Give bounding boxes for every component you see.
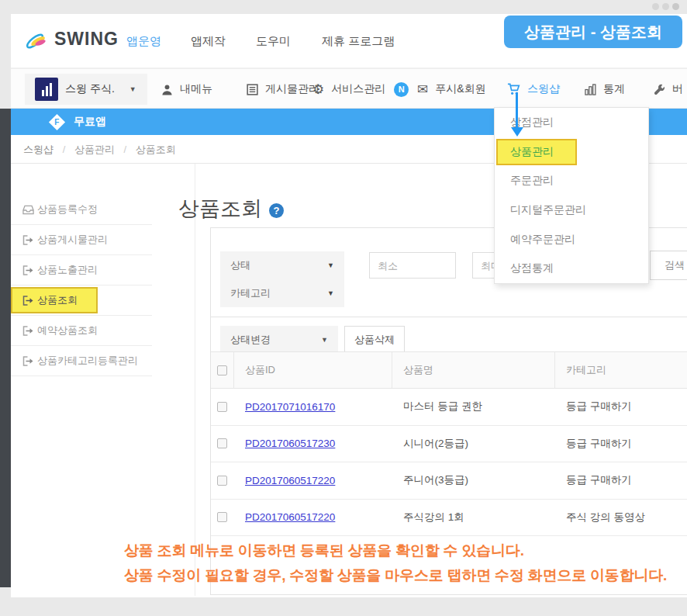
menu-my-menu[interactable]: 내메뉴: [161, 69, 212, 109]
app-window: SWING 앱운영 앱제작 도우미 제휴 프로그램 상품관리 - 상품조회 스윙…: [11, 14, 687, 597]
breadcrumb-product-search[interactable]: 상품조회: [136, 144, 176, 155]
table-row[interactable]: PD2017060517220 주니어(3등급) 등급 구매하기: [211, 462, 687, 500]
top-header: SWING 앱운영 앱제작 도우미 제휴 프로그램 상품관리 - 상품조회: [11, 14, 687, 68]
menu-label: 스윙샵: [527, 82, 560, 96]
delete-product-button[interactable]: 상품삭제: [344, 326, 405, 354]
product-id-link[interactable]: PD2017060517220: [245, 511, 335, 523]
dropdown-item-product-management[interactable]: 상품관리: [495, 137, 648, 167]
chevron-down-icon: ▼: [321, 336, 328, 344]
sign-out-icon: [22, 296, 34, 306]
guide-arrow-down: [511, 92, 523, 137]
status-change-select[interactable]: 상태변경 ▼: [220, 326, 338, 354]
breadcrumb-swing-shop[interactable]: 스윙샵: [23, 144, 54, 155]
sidebar-item-product-post-management[interactable]: 상품게시물관리: [11, 225, 152, 255]
tutorial-title-badge: 상품관리 - 상품조회: [504, 16, 682, 48]
product-id-link[interactable]: PD2017060517220: [245, 475, 335, 486]
breadcrumb-product-management[interactable]: 상품관리: [74, 144, 115, 155]
menu-label: 통계: [603, 82, 625, 96]
row-checkbox[interactable]: [217, 438, 227, 448]
left-dark-strip: [0, 109, 11, 587]
sidebar-item-product-display-management[interactable]: 상품노출관리: [11, 255, 152, 286]
sidebar-item-product-register-edit[interactable]: 상품등록수정: [11, 195, 152, 225]
product-category: 등급 구매하기: [555, 389, 687, 425]
chevron-down-icon: ▼: [327, 289, 334, 297]
min-price-input[interactable]: [369, 252, 456, 279]
sidebar-item-product-search[interactable]: 상품조회: [11, 286, 152, 316]
app-selector-label: 스윙 주식.: [65, 82, 115, 96]
table-header: 상품ID 상품명 카테고리: [211, 351, 687, 389]
screenshot-stage: SWING 앱운영 앱제작 도우미 제휴 프로그램 상품관리 - 상품조회 스윙…: [0, 0, 687, 616]
product-id-link[interactable]: PD2017071016170: [245, 401, 335, 413]
sign-out-icon: [22, 356, 34, 366]
wrench-icon: [654, 84, 665, 95]
table-body: PD2017071016170 마스터 등급 권한 등급 구매하기 PD2017…: [211, 389, 687, 536]
dropdown-item-digital-order-management[interactable]: 디지털주문관리: [495, 196, 648, 225]
help-icon[interactable]: ?: [269, 203, 284, 218]
column-category: 카테고리: [555, 352, 687, 388]
column-product-name: 상품명: [392, 352, 555, 388]
annotation-line-1: 상품 조회 메뉴로 이동하면 등록된 상품을 확인할 수 있습니다.: [124, 541, 524, 561]
column-product-id: 상품ID: [234, 352, 392, 388]
select-all-checkbox[interactable]: [217, 365, 227, 375]
board-icon: [247, 84, 258, 95]
menu-version[interactable]: 버: [654, 69, 683, 109]
row-checkbox[interactable]: [217, 512, 227, 522]
search-button[interactable]: 검색: [650, 251, 687, 280]
gear-icon: ⚙: [312, 83, 324, 96]
mail-icon: ✉: [417, 83, 428, 96]
sidebar: 상품등록수정 상품게시물관리 상품노출관리 상품조회 예약상품조회: [11, 164, 195, 596]
table-row[interactable]: PD2017060517230 시니어(2등급) 등급 구매하기: [211, 426, 687, 463]
product-category: 등급 구매하기: [555, 426, 687, 462]
admin-menu-bar: 스윙 주식. ▼ 내메뉴 게시물관리 ⚙ 서비스관리 N ✉ 푸시&회원: [11, 68, 687, 109]
sidebar-item-reserved-product-search[interactable]: 예약상품조회: [11, 316, 152, 346]
product-id-link[interactable]: PD2017060517230: [245, 438, 335, 449]
chevron-down-icon: ▼: [327, 261, 334, 269]
chevron-down-icon: ▼: [129, 85, 136, 93]
sidebar-item-product-category-management[interactable]: 상품카테고리등록관리: [11, 346, 152, 376]
window-dot: [672, 3, 679, 10]
dropdown-item-reserved-order-management[interactable]: 예약주문관리: [495, 225, 648, 254]
product-name: 주식강의 1회: [392, 500, 555, 536]
category-filter-select[interactable]: 카테고리 ▼: [220, 279, 344, 307]
new-badge: N: [394, 82, 409, 97]
table-row[interactable]: PD2017071016170 마스터 등급 권한 등급 구매하기: [211, 389, 687, 426]
menu-statistics[interactable]: 통계: [585, 69, 625, 109]
dropdown-item-order-management[interactable]: 주문관리: [495, 166, 648, 196]
app-banner-label: 무료앱: [74, 115, 106, 129]
nav-partner-program[interactable]: 제휴 프로그램: [322, 14, 395, 68]
menu-label: 버: [672, 82, 683, 96]
table-row[interactable]: PD2017060517220 주식강의 1회 주식 강의 동영상: [211, 500, 687, 537]
nav-helper[interactable]: 도우미: [256, 14, 291, 68]
menu-push-members[interactable]: ✉ 푸시&회원: [417, 69, 486, 109]
window-dot: [662, 3, 669, 10]
menu-label: 푸시&회원: [435, 82, 485, 96]
row-checkbox[interactable]: [217, 402, 227, 412]
product-name: 마스터 등급 권한: [392, 389, 555, 425]
dropdown-item-store-statistics[interactable]: 상점통계: [495, 254, 648, 283]
feather-logo-icon: [23, 29, 50, 50]
nav-app-build[interactable]: 앱제작: [191, 14, 226, 68]
row-checkbox[interactable]: [217, 476, 227, 486]
swing-logo[interactable]: SWING: [23, 29, 119, 50]
menu-label: 게시물관리: [265, 82, 319, 96]
logo-text: SWING: [54, 29, 119, 50]
window-dot: [652, 3, 659, 10]
free-app-icon: F: [49, 113, 65, 130]
status-filter-select[interactable]: 상태 ▼: [220, 251, 344, 279]
bar-chart-icon: [35, 78, 58, 101]
product-category: 등급 구매하기: [555, 462, 687, 499]
menu-label: 내메뉴: [180, 82, 212, 96]
filter-selects: 상태 ▼ 카테고리 ▼: [220, 251, 344, 307]
chart-icon: [585, 84, 596, 95]
inbox-icon: [22, 205, 34, 215]
menu-post-management[interactable]: 게시물관리: [247, 69, 319, 109]
user-icon: [161, 84, 173, 95]
header-checkbox-cell: [211, 352, 234, 388]
app-selector[interactable]: 스윙 주식. ▼: [25, 74, 147, 105]
product-category: 주식 강의 동영상: [555, 500, 687, 536]
panel-divider: [211, 317, 687, 317]
breadcrumb-separator: /: [63, 144, 66, 155]
annotation-line-2: 상품 수정이 필요할 경우, 수정할 상품을 마우스로 탭하면 수정 화면으로 …: [124, 566, 667, 586]
menu-service-management[interactable]: ⚙ 서비스관리 N: [312, 69, 409, 109]
nav-app-operation[interactable]: 앱운영: [126, 14, 161, 68]
